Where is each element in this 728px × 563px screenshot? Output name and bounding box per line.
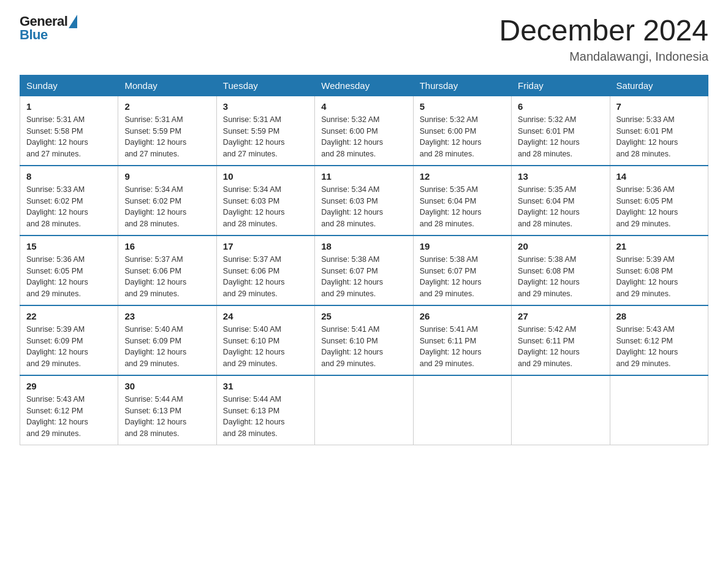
week-row-5: 29Sunrise: 5:43 AMSunset: 6:12 PMDayligh… (20, 375, 708, 445)
day-info: Sunrise: 5:38 AMSunset: 6:08 PMDaylight:… (518, 254, 603, 300)
day-number: 21 (616, 241, 702, 251)
logo-triangle-icon (69, 15, 77, 28)
calendar-cell: 14Sunrise: 5:36 AMSunset: 6:05 PMDayligh… (610, 166, 708, 236)
calendar-cell: 19Sunrise: 5:38 AMSunset: 6:07 PMDayligh… (413, 236, 511, 305)
calendar-cell: 29Sunrise: 5:43 AMSunset: 6:12 PMDayligh… (20, 375, 118, 445)
day-number: 18 (321, 241, 406, 251)
day-number: 28 (616, 311, 702, 321)
day-info: Sunrise: 5:34 AMSunset: 6:03 PMDaylight:… (321, 184, 406, 230)
day-number: 2 (124, 101, 210, 112)
day-number: 31 (223, 381, 308, 391)
calendar-cell: 6Sunrise: 5:32 AMSunset: 6:01 PMDaylight… (512, 96, 610, 166)
calendar-table: SundayMondayTuesdayWednesdayThursdayFrid… (20, 75, 708, 445)
day-info: Sunrise: 5:37 AMSunset: 6:06 PMDaylight:… (223, 254, 308, 300)
day-info: Sunrise: 5:38 AMSunset: 6:07 PMDaylight:… (321, 254, 406, 300)
day-number: 29 (26, 381, 112, 391)
day-info: Sunrise: 5:36 AMSunset: 6:05 PMDaylight:… (26, 254, 112, 300)
weekday-header-tuesday: Tuesday (216, 75, 314, 96)
calendar-cell: 25Sunrise: 5:41 AMSunset: 6:10 PMDayligh… (315, 305, 413, 375)
calendar-cell: 26Sunrise: 5:41 AMSunset: 6:11 PMDayligh… (413, 305, 511, 375)
day-info: Sunrise: 5:33 AMSunset: 6:01 PMDaylight:… (616, 114, 702, 160)
calendar-cell: 5Sunrise: 5:32 AMSunset: 6:00 PMDaylight… (413, 96, 511, 166)
logo-general: General (20, 15, 67, 28)
logo-blue: Blue (20, 28, 77, 42)
week-row-4: 22Sunrise: 5:39 AMSunset: 6:09 PMDayligh… (20, 305, 708, 375)
calendar-title: December 2024 (499, 15, 708, 47)
weekday-header-sunday: Sunday (20, 75, 118, 96)
day-info: Sunrise: 5:34 AMSunset: 6:03 PMDaylight:… (223, 184, 308, 230)
calendar-cell: 13Sunrise: 5:35 AMSunset: 6:04 PMDayligh… (512, 166, 610, 236)
weekday-header-wednesday: Wednesday (315, 75, 413, 96)
calendar-cell (610, 375, 708, 445)
day-info: Sunrise: 5:31 AMSunset: 5:59 PMDaylight:… (223, 114, 308, 160)
weekday-header-saturday: Saturday (610, 75, 708, 96)
day-number: 3 (223, 101, 308, 112)
week-row-1: 1Sunrise: 5:31 AMSunset: 5:58 PMDaylight… (20, 96, 708, 166)
day-info: Sunrise: 5:44 AMSunset: 6:13 PMDaylight:… (124, 394, 210, 440)
calendar-cell: 22Sunrise: 5:39 AMSunset: 6:09 PMDayligh… (20, 305, 118, 375)
page-header: General Blue December 2024 Mandalawangi,… (20, 15, 708, 64)
calendar-cell: 30Sunrise: 5:44 AMSunset: 6:13 PMDayligh… (118, 375, 216, 445)
day-number: 20 (518, 241, 603, 251)
week-row-3: 15Sunrise: 5:36 AMSunset: 6:05 PMDayligh… (20, 236, 708, 305)
week-row-2: 8Sunrise: 5:33 AMSunset: 6:02 PMDaylight… (20, 166, 708, 236)
day-info: Sunrise: 5:40 AMSunset: 6:09 PMDaylight:… (124, 324, 210, 370)
calendar-cell: 21Sunrise: 5:39 AMSunset: 6:08 PMDayligh… (610, 236, 708, 305)
day-number: 12 (420, 171, 505, 182)
weekday-header-friday: Friday (512, 75, 610, 96)
logo-text: General Blue (20, 15, 77, 42)
day-info: Sunrise: 5:41 AMSunset: 6:11 PMDaylight:… (420, 324, 505, 370)
calendar-cell: 17Sunrise: 5:37 AMSunset: 6:06 PMDayligh… (216, 236, 314, 305)
calendar-cell (512, 375, 610, 445)
day-info: Sunrise: 5:44 AMSunset: 6:13 PMDaylight:… (223, 394, 308, 440)
weekday-header-row: SundayMondayTuesdayWednesdayThursdayFrid… (20, 75, 708, 96)
calendar-cell: 8Sunrise: 5:33 AMSunset: 6:02 PMDaylight… (20, 166, 118, 236)
calendar-cell: 28Sunrise: 5:43 AMSunset: 6:12 PMDayligh… (610, 305, 708, 375)
day-number: 27 (518, 311, 603, 321)
day-info: Sunrise: 5:43 AMSunset: 6:12 PMDaylight:… (26, 394, 112, 440)
day-number: 14 (616, 171, 702, 182)
day-number: 4 (321, 101, 406, 112)
calendar-cell: 24Sunrise: 5:40 AMSunset: 6:10 PMDayligh… (216, 305, 314, 375)
calendar-cell: 4Sunrise: 5:32 AMSunset: 6:00 PMDaylight… (315, 96, 413, 166)
day-info: Sunrise: 5:35 AMSunset: 6:04 PMDaylight:… (420, 184, 505, 230)
day-number: 30 (124, 381, 210, 391)
day-number: 23 (124, 311, 210, 321)
calendar-cell (315, 375, 413, 445)
calendar-cell: 18Sunrise: 5:38 AMSunset: 6:07 PMDayligh… (315, 236, 413, 305)
day-number: 9 (124, 171, 210, 182)
calendar-cell: 9Sunrise: 5:34 AMSunset: 6:02 PMDaylight… (118, 166, 216, 236)
calendar-cell: 16Sunrise: 5:37 AMSunset: 6:06 PMDayligh… (118, 236, 216, 305)
day-number: 13 (518, 171, 603, 182)
day-info: Sunrise: 5:31 AMSunset: 5:58 PMDaylight:… (26, 114, 112, 160)
day-info: Sunrise: 5:32 AMSunset: 6:00 PMDaylight:… (321, 114, 406, 160)
day-number: 25 (321, 311, 406, 321)
day-number: 11 (321, 171, 406, 182)
calendar-location: Mandalawangi, Indonesia (499, 50, 708, 64)
day-info: Sunrise: 5:39 AMSunset: 6:08 PMDaylight:… (616, 254, 702, 300)
day-number: 10 (223, 171, 308, 182)
day-info: Sunrise: 5:43 AMSunset: 6:12 PMDaylight:… (616, 324, 702, 370)
day-number: 6 (518, 101, 603, 112)
calendar-cell: 7Sunrise: 5:33 AMSunset: 6:01 PMDaylight… (610, 96, 708, 166)
logo: General Blue (20, 15, 77, 42)
day-number: 19 (420, 241, 505, 251)
day-info: Sunrise: 5:40 AMSunset: 6:10 PMDaylight:… (223, 324, 308, 370)
calendar-cell: 31Sunrise: 5:44 AMSunset: 6:13 PMDayligh… (216, 375, 314, 445)
day-info: Sunrise: 5:39 AMSunset: 6:09 PMDaylight:… (26, 324, 112, 370)
calendar-cell: 2Sunrise: 5:31 AMSunset: 5:59 PMDaylight… (118, 96, 216, 166)
calendar-cell: 12Sunrise: 5:35 AMSunset: 6:04 PMDayligh… (413, 166, 511, 236)
day-info: Sunrise: 5:34 AMSunset: 6:02 PMDaylight:… (124, 184, 210, 230)
day-info: Sunrise: 5:36 AMSunset: 6:05 PMDaylight:… (616, 184, 702, 230)
day-number: 17 (223, 241, 308, 251)
day-info: Sunrise: 5:41 AMSunset: 6:10 PMDaylight:… (321, 324, 406, 370)
day-info: Sunrise: 5:31 AMSunset: 5:59 PMDaylight:… (124, 114, 210, 160)
day-number: 15 (26, 241, 112, 251)
day-number: 16 (124, 241, 210, 251)
title-area: December 2024 Mandalawangi, Indonesia (499, 15, 708, 64)
calendar-cell: 15Sunrise: 5:36 AMSunset: 6:05 PMDayligh… (20, 236, 118, 305)
day-number: 24 (223, 311, 308, 321)
weekday-header-thursday: Thursday (413, 75, 511, 96)
day-info: Sunrise: 5:42 AMSunset: 6:11 PMDaylight:… (518, 324, 603, 370)
calendar-cell: 27Sunrise: 5:42 AMSunset: 6:11 PMDayligh… (512, 305, 610, 375)
